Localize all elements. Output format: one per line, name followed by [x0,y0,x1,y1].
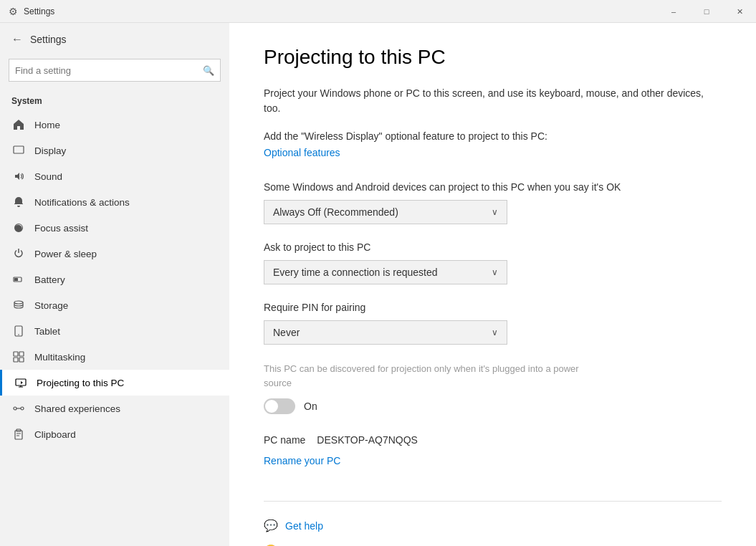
sidebar-item-label-home: Home [34,120,60,130]
app-body: ← Settings 🔍 System HomeDisplaySoundNoti… [0,23,756,546]
main-content: Projecting to this PC Project your Windo… [229,23,756,546]
chevron-down-icon3: ∨ [492,327,498,337]
power-source-note: This PC can be discovered for projection… [264,362,608,390]
nav-items: HomeDisplaySoundNotifications & actionsF… [0,112,229,447]
sidebar-item-notifications[interactable]: Notifications & actions [0,189,229,215]
svg-rect-13 [15,431,22,439]
notifications-icon [11,196,26,208]
power-icon [11,248,26,259]
storage-icon [11,300,26,311]
sidebar-item-label-sound: Sound [34,171,62,182]
shared-icon [11,403,26,414]
sidebar-item-label-multitasking: Multitasking [34,352,85,363]
dropdown1[interactable]: Always Off (Recommended) ∨ [264,200,507,224]
sidebar-app-title: Settings [30,34,67,45]
settings-icon: ⚙ [9,6,18,17]
home-icon [11,119,26,130]
content-description: Project your Windows phone or PC to this… [264,86,722,116]
sidebar-item-display[interactable]: Display [0,138,229,163]
svg-rect-2 [14,278,18,281]
divider [264,501,722,502]
toggle-thumb [265,400,278,413]
svg-point-12 [21,407,24,410]
sidebar-item-label-focus: Focus assist [34,223,88,234]
dropdown2[interactable]: Every time a connection is requested ∨ [264,260,507,284]
back-arrow-icon: ← [11,33,23,46]
pc-name-row: PC name DESKTOP-AQ7NQQS [264,434,722,446]
sidebar-item-sound[interactable]: Sound [0,163,229,189]
get-help-row[interactable]: 💬 Get help [264,519,722,532]
sidebar-item-projecting[interactable]: Projecting to this PC [0,370,229,396]
dropdown2-value: Every time a connection is requested [273,267,438,278]
chevron-down-icon2: ∨ [492,267,498,277]
optional-features-link[interactable]: Optional features [264,147,340,158]
sidebar-item-label-clipboard: Clipboard [34,429,76,440]
sidebar-item-power[interactable]: Power & sleep [0,241,229,267]
sidebar: ← Settings 🔍 System HomeDisplaySoundNoti… [0,23,229,546]
tablet-icon [11,325,26,337]
svg-rect-6 [14,352,18,356]
get-help-icon: 💬 [264,519,278,532]
rename-pc-link[interactable]: Rename your PC [264,455,340,466]
get-help-link[interactable]: Get help [285,520,323,532]
clipboard-icon [11,428,26,440]
svg-rect-7 [19,352,24,356]
sidebar-item-shared[interactable]: Shared experiences [0,396,229,421]
maximize-button[interactable]: □ [690,0,723,23]
section2-label: Ask to project to this PC [264,241,722,253]
focus-icon [11,222,26,234]
dropdown3[interactable]: Never ∨ [264,320,507,345]
svg-point-11 [14,407,16,410]
sidebar-item-label-notifications: Notifications & actions [34,197,130,208]
window-controls: – □ ✕ [657,0,756,23]
svg-rect-8 [14,358,18,362]
battery-icon [11,274,26,285]
minimize-button[interactable]: – [657,0,690,23]
svg-point-3 [14,301,23,304]
multitasking-icon [11,351,26,363]
svg-rect-0 [14,146,24,153]
section1-label: Some Windows and Android devices can pro… [264,181,722,193]
svg-rect-9 [19,358,24,362]
search-icon: 🔍 [203,65,214,76]
sidebar-item-tablet[interactable]: Tablet [0,318,229,344]
pc-name-key: PC name [264,434,305,446]
sidebar-item-label-battery: Battery [34,274,65,285]
section3-label: Require PIN for pairing [264,302,722,313]
projecting-icon [14,377,28,388]
search-box[interactable]: 🔍 [9,59,221,82]
sidebar-item-battery[interactable]: Battery [0,267,229,292]
sidebar-item-label-storage: Storage [34,300,68,311]
sidebar-item-clipboard[interactable]: Clipboard [0,421,229,447]
display-icon [11,145,26,156]
power-toggle[interactable] [264,398,295,414]
pc-name-value: DESKTOP-AQ7NQQS [317,434,418,446]
sidebar-item-label-display: Display [34,145,66,156]
sidebar-item-label-projecting: Projecting to this PC [37,378,124,388]
sidebar-item-label-power: Power & sleep [34,249,97,259]
sidebar-item-focus[interactable]: Focus assist [0,215,229,241]
dropdown3-value: Never [273,327,300,338]
sidebar-item-home[interactable]: Home [0,112,229,138]
back-button[interactable]: ← Settings [0,23,229,56]
dropdown1-value: Always Off (Recommended) [273,206,398,218]
search-input[interactable] [15,65,203,76]
sidebar-item-multitasking[interactable]: Multitasking [0,344,229,370]
sidebar-item-label-shared: Shared experiences [34,403,120,414]
titlebar: ⚙ Settings – □ ✕ [0,0,756,23]
toggle-label: On [304,401,317,412]
chevron-down-icon: ∨ [492,207,498,217]
sidebar-item-storage[interactable]: Storage [0,292,229,318]
sound-icon [11,171,26,182]
page-title: Projecting to this PC [264,46,722,69]
toggle-row: On [264,398,722,414]
add-feature-text: Add the "Wireless Display" optional feat… [264,130,722,142]
app-title: Settings [24,6,54,16]
sidebar-item-label-tablet: Tablet [34,326,60,337]
close-button[interactable]: ✕ [723,0,756,23]
svg-point-5 [18,334,19,335]
sidebar-section-label: System [0,93,229,112]
